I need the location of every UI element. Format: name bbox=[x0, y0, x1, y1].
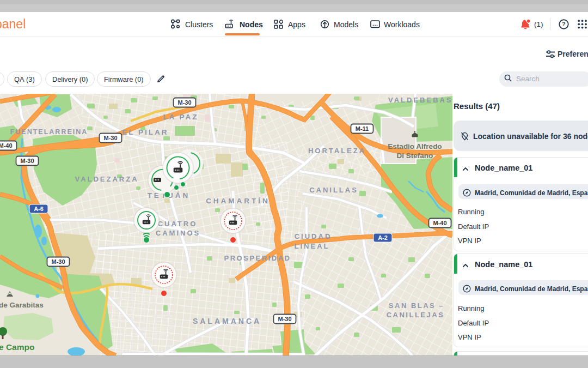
svg-text:EL PILAR: EL PILAR bbox=[122, 128, 168, 136]
svg-text:M-30: M-30 bbox=[278, 316, 291, 322]
svg-text:SAN BLAS –: SAN BLAS – bbox=[389, 301, 444, 310]
svg-text:A-2: A-2 bbox=[378, 234, 388, 241]
svg-text:M-40: M-40 bbox=[433, 220, 446, 226]
svg-text:CAMINOS: CAMINOS bbox=[156, 229, 200, 237]
svg-text:PROSPERIDAD: PROSPERIDAD bbox=[224, 254, 291, 262]
svg-text:de Garabitas: de Garabitas bbox=[0, 301, 44, 309]
svg-text:Estadio Alfredo: Estadio Alfredo bbox=[388, 142, 442, 150]
svg-text:M-30: M-30 bbox=[177, 99, 191, 106]
svg-text:CANILLAS: CANILLAS bbox=[309, 186, 358, 194]
svg-text:HORTALEZA: HORTALEZA bbox=[308, 147, 366, 155]
svg-text:M-30: M-30 bbox=[103, 135, 117, 141]
svg-text:FUENTELARREINA: FUENTELARREINA bbox=[10, 128, 88, 136]
svg-text:CANILLEJAS: CANILLEJAS bbox=[387, 311, 445, 319]
svg-text:M-11: M-11 bbox=[356, 125, 369, 132]
svg-text:M-40: M-40 bbox=[0, 142, 13, 149]
svg-text:M-30: M-30 bbox=[51, 258, 65, 265]
svg-text:LA PAZ: LA PAZ bbox=[163, 113, 198, 121]
svg-text:?: ? bbox=[562, 21, 565, 27]
svg-text:LINEAL: LINEAL bbox=[295, 242, 330, 250]
svg-text:VALDEBEBAS: VALDEBEBAS bbox=[388, 96, 452, 104]
svg-text:VALDEZARZA: VALDEZARZA bbox=[75, 175, 138, 183]
svg-text:e Campo: e Campo bbox=[0, 342, 34, 352]
svg-text:CIUDAD: CIUDAD bbox=[295, 232, 332, 240]
svg-text:M-30: M-30 bbox=[20, 158, 34, 164]
svg-text:A-6: A-6 bbox=[34, 206, 44, 212]
svg-text:CUATRO: CUATRO bbox=[158, 220, 198, 228]
svg-text:Di Stefano: Di Stefano bbox=[397, 152, 433, 160]
svg-text:CHAMARTÍN: CHAMARTÍN bbox=[206, 197, 270, 205]
svg-text:SALAMANCA: SALAMANCA bbox=[193, 317, 261, 325]
